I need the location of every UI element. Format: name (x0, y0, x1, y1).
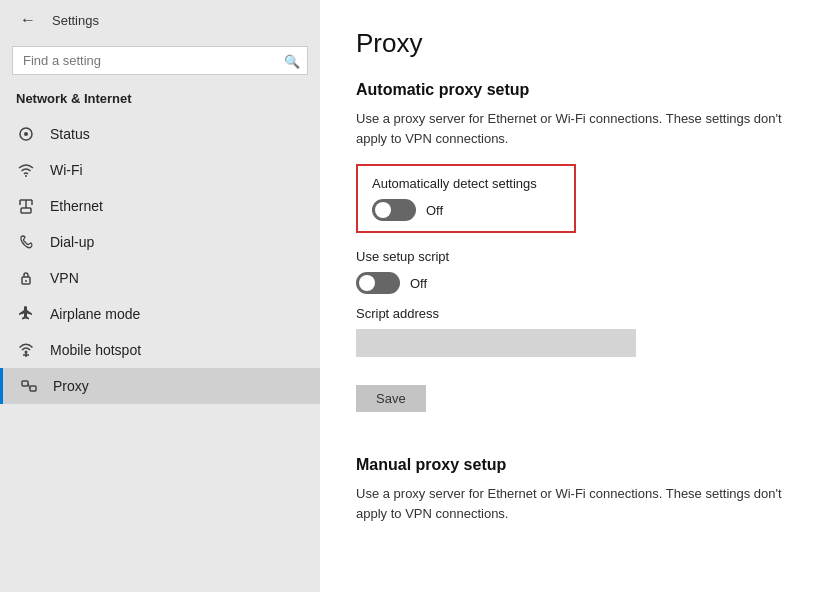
auto-detect-highlight-box: Automatically detect settings Off (356, 164, 576, 233)
sidebar-item-hotspot[interactable]: Mobile hotspot (0, 332, 320, 368)
sidebar-item-label-airplane: Airplane mode (50, 306, 140, 322)
svg-rect-13 (30, 386, 36, 391)
svg-rect-12 (22, 381, 28, 386)
status-icon (16, 126, 36, 142)
sidebar-item-label-proxy: Proxy (53, 378, 89, 394)
svg-point-11 (25, 351, 28, 354)
sidebar-item-airplane[interactable]: Airplane mode (0, 296, 320, 332)
page-title: Proxy (356, 28, 789, 59)
dialup-icon (16, 234, 36, 250)
use-script-off-label: Off (410, 276, 427, 291)
main-content: Proxy Automatic proxy setup Use a proxy … (320, 0, 825, 592)
svg-rect-3 (21, 208, 31, 213)
titlebar: ← Settings (0, 0, 320, 40)
sidebar-item-label-dialup: Dial-up (50, 234, 94, 250)
sidebar-item-label-wifi: Wi-Fi (50, 162, 83, 178)
auto-detect-toggle[interactable] (372, 199, 416, 221)
ethernet-icon (16, 198, 36, 214)
auto-detect-slider (372, 199, 416, 221)
sidebar-item-ethernet[interactable]: Ethernet (0, 188, 320, 224)
use-script-toggle[interactable] (356, 272, 400, 294)
search-input[interactable] (12, 46, 308, 75)
titlebar-label: Settings (52, 13, 99, 28)
auto-detect-label: Automatically detect settings (372, 176, 560, 191)
svg-point-2 (25, 175, 27, 177)
sidebar-item-dialup[interactable]: Dial-up (0, 224, 320, 260)
svg-point-10 (25, 280, 27, 282)
sidebar-item-proxy[interactable]: Proxy (0, 368, 320, 404)
use-script-label: Use setup script (356, 249, 789, 264)
use-script-slider (356, 272, 400, 294)
sidebar-item-label-status: Status (50, 126, 90, 142)
sidebar-item-label-hotspot: Mobile hotspot (50, 342, 141, 358)
manual-setup-heading: Manual proxy setup (356, 456, 789, 474)
hotspot-icon (16, 342, 36, 358)
save-button[interactable]: Save (356, 385, 426, 412)
wifi-icon (16, 162, 36, 178)
nav-list: Status Wi-Fi (0, 116, 320, 404)
manual-proxy-section: Manual proxy setup Use a proxy server fo… (356, 456, 789, 523)
auto-detect-off-label: Off (426, 203, 443, 218)
sidebar-item-label-ethernet: Ethernet (50, 198, 103, 214)
vpn-icon (16, 270, 36, 286)
use-script-toggle-row: Off (356, 272, 789, 294)
airplane-icon (16, 306, 36, 322)
sidebar: ← Settings 🔍 Network & Internet Status (0, 0, 320, 592)
auto-detect-toggle-row: Off (372, 199, 560, 221)
search-wrap: 🔍 (12, 46, 308, 75)
sidebar-item-vpn[interactable]: VPN (0, 260, 320, 296)
sidebar-item-wifi[interactable]: Wi-Fi (0, 152, 320, 188)
auto-setup-heading: Automatic proxy setup (356, 81, 789, 99)
script-address-input[interactable] (356, 329, 636, 357)
auto-proxy-section: Automatic proxy setup Use a proxy server… (356, 81, 789, 436)
nav-section-label: Network & Internet (0, 85, 320, 116)
manual-setup-description: Use a proxy server for Ethernet or Wi-Fi… (356, 484, 789, 523)
proxy-icon (19, 378, 39, 394)
sidebar-item-label-vpn: VPN (50, 270, 79, 286)
use-script-group: Use setup script Off (356, 249, 789, 294)
auto-setup-description: Use a proxy server for Ethernet or Wi-Fi… (356, 109, 789, 148)
svg-point-1 (24, 132, 28, 136)
script-address-label: Script address (356, 306, 789, 321)
back-button[interactable]: ← (16, 9, 40, 31)
sidebar-item-status[interactable]: Status (0, 116, 320, 152)
search-box-wrap: 🔍 (0, 40, 320, 85)
